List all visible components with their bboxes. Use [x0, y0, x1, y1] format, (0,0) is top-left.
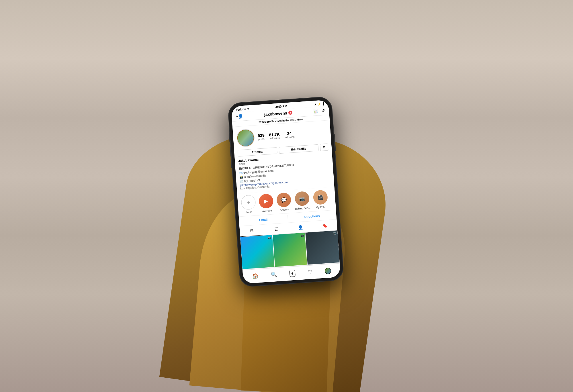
highlight-new-label: New	[246, 211, 252, 214]
stat-following: 24 following	[284, 131, 295, 139]
nav-heart[interactable]: ♡	[305, 268, 315, 276]
list-icon: ☰	[274, 227, 278, 232]
carrier-text: Verizon	[236, 107, 246, 111]
posts-label: posts	[258, 138, 264, 141]
add-icon: +	[289, 270, 295, 277]
heart-icon: ♡	[307, 269, 312, 275]
tab-grid[interactable]: ⊞	[239, 225, 264, 237]
highlight-behind-label: Behind Sce...	[295, 206, 310, 210]
following-count: 24	[287, 131, 292, 136]
highlight-quotes-label: Quotes	[280, 208, 289, 211]
phone-device: Verizon ▾ 4:40 PM ▲ ⚡ ▐ +👤 jakobowens 4	[228, 97, 344, 287]
status-right: ▲ ⚡ ▐	[314, 102, 324, 106]
add-user-icon[interactable]: +👤	[235, 114, 243, 119]
grid-item-2[interactable]: 📷	[273, 233, 307, 267]
highlight-quotes[interactable]: 💬 Quotes	[276, 192, 292, 211]
bookmark-icon: 🔖	[322, 223, 327, 228]
nav-icons: 📊 ↺	[313, 108, 325, 113]
grid-item-1[interactable]: 📷	[240, 235, 274, 269]
highlight-youtube-circle: ▶	[258, 193, 273, 209]
avatar-image	[237, 130, 254, 147]
tab-bookmark[interactable]: 🔖	[312, 219, 337, 232]
insights-count: 51976	[258, 120, 266, 124]
highlight-quotes-circle: 💬	[276, 192, 291, 207]
grid-icon: ⊞	[250, 228, 254, 233]
avatar[interactable]	[236, 128, 255, 147]
settings-button[interactable]: ⚙	[320, 143, 328, 151]
home-icon: 🏠	[252, 273, 258, 279]
username-text: jakobowens	[264, 111, 287, 117]
bluetooth-icon: ⚡	[317, 102, 321, 105]
nav-search[interactable]: 🔍	[268, 271, 279, 279]
stat-posts: 939 posts	[257, 133, 265, 141]
history-icon[interactable]: ↺	[321, 108, 325, 113]
nav-profile[interactable]	[322, 267, 334, 275]
notification-badge: 4	[288, 111, 292, 115]
grid-overlay-1: 📷	[268, 236, 271, 239]
phone-screen: Verizon ▾ 4:40 PM ▲ ⚡ ▐ +👤 jakobowens 4	[231, 100, 340, 284]
highlight-new-circle: +	[240, 195, 256, 210]
profile-top: 939 posts 81.7K followers 24 following	[236, 124, 328, 148]
followers-label: followers	[269, 136, 280, 140]
highlight-behind-circle: 📷	[294, 191, 310, 206]
grid-overlay-3: 📷	[333, 232, 337, 235]
following-label: following	[284, 136, 295, 139]
grid-item-3[interactable]: 📷	[305, 230, 340, 265]
highlight-youtube-label: YouTube	[261, 209, 272, 213]
grid-overlay-2: 📷	[300, 234, 304, 237]
stats-row: 939 posts 81.7K followers 24 following	[257, 129, 327, 141]
highlight-mypro-circle: 🎬	[312, 190, 328, 205]
tab-list[interactable]: ☰	[264, 223, 289, 235]
highlight-youtube[interactable]: ▶ YouTube	[258, 193, 274, 213]
status-left: Verizon ▾	[236, 107, 249, 111]
edit-profile-button[interactable]: Edit Profile	[279, 144, 318, 154]
signal-icon: ▲	[314, 102, 317, 106]
highlight-behind[interactable]: 📷 Behind Sce...	[294, 191, 310, 210]
status-time: 4:40 PM	[275, 104, 287, 109]
profile-section: 939 posts 81.7K followers 24 following	[232, 120, 334, 194]
nav-username-area: jakobowens 4	[264, 110, 292, 117]
highlight-new[interactable]: + New	[240, 195, 256, 214]
tab-tag[interactable]: 👤	[288, 221, 313, 234]
nav-profile-avatar	[324, 267, 331, 274]
wifi-icon: ▾	[247, 107, 249, 110]
promote-button[interactable]: Promote	[237, 147, 277, 157]
stat-followers: 81.7K followers	[269, 132, 280, 140]
highlight-mypro-label: My Pro...	[316, 205, 326, 209]
battery-icon: ▐	[322, 102, 324, 105]
nav-home[interactable]: 🏠	[249, 272, 261, 280]
highlight-mypro[interactable]: 🎬 My Pro...	[312, 190, 328, 209]
nav-add[interactable]: +	[287, 269, 298, 278]
posts-count: 939	[257, 133, 264, 138]
bio-section: Jakob Owens Artist 🎬DIRECTOR/EDITOR/DP/A…	[238, 153, 330, 190]
search-icon: 🔍	[271, 271, 277, 278]
chart-icon[interactable]: 📊	[313, 109, 318, 113]
tag-icon: 👤	[298, 225, 303, 230]
